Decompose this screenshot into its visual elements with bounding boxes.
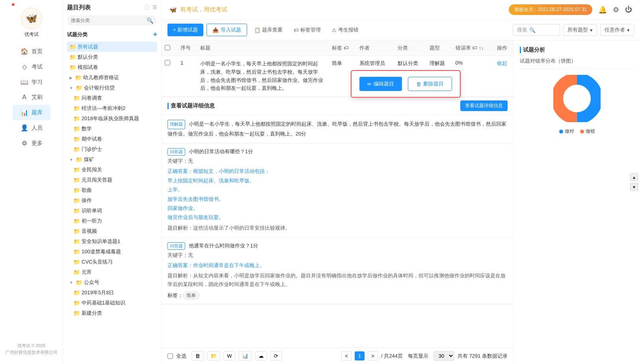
next-page-btn[interactable]: > — [368, 351, 378, 360]
move-btn[interactable]: 📁 — [207, 351, 220, 360]
category-tree-item[interactable]: 📁 音视频 — [67, 226, 157, 236]
category-tree-item[interactable]: 📁 2019年5月8日 — [67, 288, 157, 298]
nav-item-question_bank[interactable]: 📊 题库 — [13, 105, 50, 120]
col-tag: 标签 🏷 — [329, 41, 356, 56]
category-search-input[interactable] — [71, 18, 145, 23]
scroll-down-btn[interactable]: ▼ — [630, 183, 638, 191]
category-label-text: CVC头音练习 — [82, 258, 113, 266]
category-tree-item[interactable]: 📁 全民闯关 — [67, 165, 157, 175]
vip-badge[interactable]: 旗舰会员：2021.08.27-2025.07.31 — [509, 4, 592, 15]
category-tree-item[interactable]: 📁 经济法—考前冲刺2 — [67, 103, 157, 113]
category-tree-item[interactable]: 📁 CVC头音练习 — [67, 257, 157, 267]
excel-btn[interactable]: 📊 — [238, 351, 252, 360]
category-tree-item[interactable]: 📁 识听单词 — [67, 206, 157, 216]
power-icon[interactable]: ⏻ — [625, 6, 632, 14]
extra-btn2[interactable]: ⟳ — [270, 351, 282, 360]
category-tree-item[interactable]: 📁 新建分类 — [67, 308, 157, 318]
category-tree-item[interactable]: 📁 元宵 — [67, 267, 157, 277]
add-category-icon[interactable]: + — [153, 30, 157, 39]
import-question-button[interactable]: 📥 导入试题 — [207, 24, 247, 36]
chart-title: 试题分析 — [520, 46, 634, 54]
settings-icon[interactable]: ⚙ — [613, 6, 619, 14]
tag-management-button[interactable]: 🏷 标签管理 — [290, 24, 325, 36]
category-tree-item[interactable]: 📁 问卷调查 — [67, 93, 157, 103]
category-tree-item[interactable]: 📁 模拟试卷 — [67, 62, 157, 72]
tree-arrow: ▼ — [69, 280, 73, 285]
q2-answer: 正确答案：作业时间通常是在下午或晚上。 — [167, 261, 508, 270]
col-seq: 序号 — [177, 41, 197, 56]
word-btn[interactable]: W — [223, 351, 235, 360]
author-filter-chevron: ▾ — [627, 27, 630, 33]
category-tree-item[interactable]: 📁 所有试题 — [67, 42, 157, 52]
duplicate-check-button[interactable]: 📋 题库查重 — [250, 24, 287, 36]
category-tree-item[interactable]: 📁 中药基础1基础知识 — [67, 298, 157, 308]
category-tree-item[interactable]: 📁 安全知识单选题1 — [67, 236, 157, 247]
category-tree-item[interactable]: 📁 操作 — [67, 195, 157, 206]
category-tree-item[interactable]: 📁 门诊护士 — [67, 144, 157, 154]
category-label-text: 所有试题 — [78, 43, 98, 50]
extra-btn[interactable]: ☁ — [255, 351, 267, 360]
scroll-up-btn[interactable]: ▲ — [630, 173, 638, 181]
category-tree-item[interactable]: ▼ 📁 煤矿 — [67, 154, 157, 165]
per-page-select[interactable]: 30 10 20 50 — [433, 351, 454, 361]
current-page-btn[interactable]: 1 — [355, 351, 365, 360]
q1-answer: 正确答案：根据短文，小明的日常活动包括： 早上按固定时间起床、洗漱和吃早饭。 上… — [167, 167, 508, 222]
search-bar[interactable]: 搜索 🔍 — [513, 24, 560, 36]
nav-item-people[interactable]: 👤 人员 — [13, 120, 50, 136]
table-row: 1 小明是一名小学生，每天早上他都按照固定的时间起床，洗漱、吃早饭，然后背上书包… — [162, 56, 513, 97]
category-tree-item[interactable]: 📁 期中试卷 — [67, 134, 157, 144]
category-tree-item[interactable]: 📁 歌曲 — [67, 185, 157, 195]
folder-icon: 📁 — [73, 167, 80, 173]
delete-question-button[interactable]: 🗑 删除题目 — [408, 77, 452, 91]
nav-item-more[interactable]: ⚙ 更多 — [13, 136, 50, 151]
folder-icon: 📁 — [73, 208, 80, 214]
menu-icon[interactable]: ☰ — [153, 4, 157, 11]
detail-section-header: 查看试题详细信息 — [167, 102, 215, 110]
nav-item-ai[interactable]: A 艾刷 — [13, 90, 50, 105]
category-label-text: 默认分类 — [78, 54, 98, 61]
folder-icon: 📁 — [73, 228, 80, 234]
search-bar-icon: 🔍 — [529, 27, 536, 33]
collapse-link[interactable]: 收起 — [497, 60, 507, 66]
search-icon: 🔍 — [147, 17, 153, 24]
notification-icon[interactable]: 🔔 — [598, 6, 607, 14]
row-checkbox-1[interactable] — [165, 60, 170, 65]
delete-selected-btn[interactable]: 🗑 — [192, 351, 204, 360]
edit-question-button[interactable]: ✏ 编辑题目 — [359, 77, 402, 91]
nav-item-home[interactable]: 🏠 首页 — [13, 44, 50, 59]
category-tree-item[interactable]: ▶ 📁 幼儿教师资格证 — [67, 72, 157, 83]
add-question-button[interactable]: + 新增试题 — [167, 24, 203, 36]
nav-item-exam[interactable]: ◇ 考试 — [13, 59, 50, 74]
category-tree-item[interactable]: 📁 2018年临床执业医师真题 — [67, 113, 157, 124]
category-search-box[interactable]: 🔍 — [67, 15, 157, 26]
blue-bar — [167, 103, 169, 109]
topbar-right: 旗舰会员：2021.08.27-2025.07.31 🔔 ⚙ ⏻ — [509, 4, 632, 15]
category-tree-item[interactable]: ▼ 📁 会计银行信贷 — [67, 83, 157, 93]
author-filter[interactable]: 任意作者 ▾ — [600, 24, 634, 36]
legend-wrong: 做错 — [580, 128, 595, 135]
category-tree-item[interactable]: 📁 数学 — [67, 124, 157, 134]
nav-item-study[interactable]: 📖 学习 — [13, 74, 50, 90]
row-action[interactable]: 收起 — [494, 56, 513, 97]
nav-icon-ai: A — [20, 94, 28, 101]
category-tree-item[interactable]: ▼ 📁 公众号 — [67, 277, 157, 288]
category-label-text: 操作 — [82, 197, 92, 204]
nav-label-ai: 艾刷 — [32, 94, 43, 101]
type-filter[interactable]: 所有题型 ▾ — [563, 24, 597, 36]
view-detail-button[interactable]: 查看试题详细信息 — [460, 100, 508, 111]
nav-icon-home: 🏠 — [20, 48, 28, 55]
category-tree-item[interactable]: 📁 初一听力 — [67, 216, 157, 226]
folder-icon: 📁 — [73, 269, 80, 275]
col-error-rate: 错误率 🏷 ↑↓ — [452, 41, 494, 56]
table-area: 序号 标题 标签 🏷 作者 分类 题型 错误率 🏷 ↑↓ 操作 — [162, 41, 513, 347]
category-tree-item[interactable]: 📁 元旦闯关答题 — [67, 175, 157, 185]
import-icon: 📥 — [212, 27, 219, 33]
table-header-row: 序号 标题 标签 🏷 作者 分类 题型 错误率 🏷 ↑↓ 操作 — [162, 41, 513, 56]
category-tree-item[interactable]: 📁 默认分类 — [67, 52, 157, 62]
error-report-button[interactable]: ⚠ 考生报错 — [328, 24, 363, 36]
nav-icon-people: 👤 — [20, 124, 28, 132]
category-tree-item[interactable]: 📁 100道禁毒戒毒题 — [67, 247, 157, 257]
select-all-checkbox[interactable] — [165, 45, 170, 50]
prev-page-btn[interactable]: < — [341, 351, 352, 360]
bottom-select-all[interactable] — [167, 353, 173, 359]
